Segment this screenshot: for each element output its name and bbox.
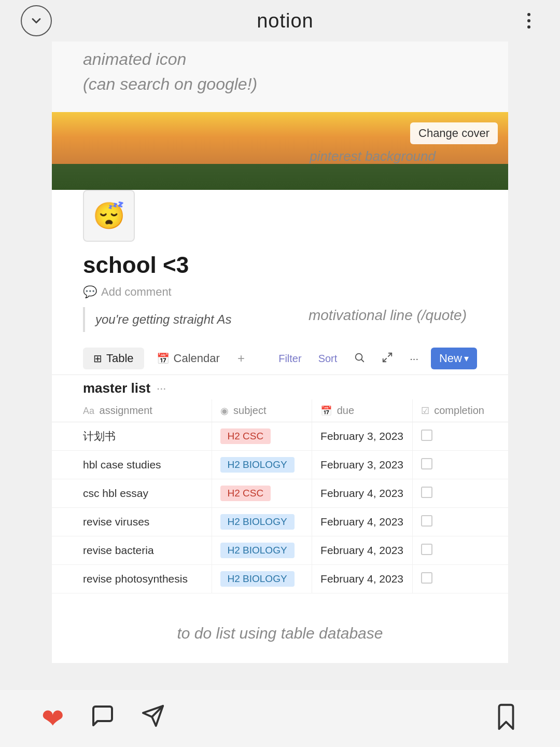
new-caret-icon: ▾	[464, 353, 469, 364]
table-row[interactable]: revise photosynthesisH2 BIOLOGYFebruary …	[52, 565, 508, 593]
cell-due: February 3, 2023	[312, 422, 413, 451]
completion-checkbox[interactable]	[421, 458, 432, 469]
cell-assignment: csc hbl essay	[52, 479, 212, 508]
new-label: New	[439, 352, 462, 365]
cell-completion[interactable]	[412, 479, 508, 508]
layout-button[interactable]	[377, 350, 397, 368]
cell-due: February 3, 2023	[312, 451, 413, 479]
cell-subject: H2 CSC	[212, 422, 312, 451]
app-title: notion	[257, 10, 314, 32]
table-options-button[interactable]: ···	[157, 382, 166, 395]
share-button[interactable]	[141, 704, 165, 733]
cell-completion[interactable]	[412, 536, 508, 565]
change-cover-button[interactable]: Change cover	[410, 122, 498, 144]
table-row[interactable]: revise virusesH2 BIOLOGYFebruary 4, 2023	[52, 508, 508, 536]
completion-checkbox[interactable]	[421, 572, 432, 584]
new-button[interactable]: New ▾	[431, 348, 477, 369]
like-button[interactable]: ❤	[41, 703, 64, 734]
page-icon-emoji: 😴	[93, 201, 125, 231]
col-header-completion: ☑ completion	[412, 399, 508, 422]
completion-checkbox[interactable]	[421, 487, 432, 498]
motivational-annotation: motivational line (/quote)	[309, 307, 467, 324]
tab-calendar[interactable]: 📅 Calendar	[146, 348, 230, 369]
cell-completion[interactable]	[412, 565, 508, 593]
content-card: animated icon (can search on google!) Ch…	[52, 0, 508, 663]
options-button[interactable]: ···	[405, 351, 423, 367]
col-subject-label: subject	[233, 405, 266, 416]
cell-subject: H2 BIOLOGY	[212, 508, 312, 536]
table-row[interactable]: revise bacteriaH2 BIOLOGYFebruary 4, 202…	[52, 536, 508, 565]
db-toolbar: ⊞ Table 📅 Calendar + Filter Sort ·	[52, 342, 508, 375]
more-dot	[527, 13, 530, 16]
table-row[interactable]: hbl case studiesH2 BIOLOGYFebruary 3, 20…	[52, 451, 508, 479]
add-view-button[interactable]: +	[232, 349, 250, 368]
search-button[interactable]	[349, 350, 369, 368]
social-bar: ❤	[0, 690, 560, 747]
table-body: 计划书H2 CSCFebruary 3, 2023hbl case studie…	[52, 422, 508, 593]
bottom-caption-text: to do list using table database	[83, 625, 477, 642]
table-row[interactable]: csc hbl essayH2 CSCFebruary 4, 2023	[52, 479, 508, 508]
cell-completion[interactable]	[412, 422, 508, 451]
tab-table-label: Table	[106, 352, 134, 365]
annotation-line1: animated icon	[83, 47, 477, 72]
tab-calendar-label: Calendar	[174, 352, 220, 365]
db-tabs: ⊞ Table 📅 Calendar +	[83, 348, 250, 369]
cell-assignment: revise photosynthesis	[52, 565, 212, 593]
page-title: school <3	[83, 252, 189, 278]
filter-button[interactable]: Filter	[274, 351, 305, 367]
bottom-caption-area: to do list using table database	[52, 593, 508, 663]
table-header-row: Aa assignment ◉ subject 📅 due ☑ completi…	[52, 399, 508, 422]
cell-assignment: hbl case studies	[52, 451, 212, 479]
cell-due: February 4, 2023	[312, 565, 413, 593]
data-table: Aa assignment ◉ subject 📅 due ☑ completi…	[52, 399, 508, 593]
cell-assignment: 计划书	[52, 422, 212, 451]
completion-checkbox[interactable]	[421, 430, 432, 441]
social-left: ❤	[41, 703, 165, 734]
checkbox-col-icon: ☑	[421, 406, 429, 416]
add-comment-label: Add comment	[101, 285, 172, 299]
cell-completion[interactable]	[412, 508, 508, 536]
pinterest-annotation: pinterest background	[310, 148, 436, 164]
table-row[interactable]: 计划书H2 CSCFebruary 3, 2023	[52, 422, 508, 451]
annotation-line2: (can search on google!)	[83, 72, 477, 96]
calendar-icon: 📅	[157, 352, 170, 365]
comment-button[interactable]	[90, 703, 115, 734]
page-header: 😴 pinterest background school <3 💬 Add c…	[52, 190, 508, 332]
svg-line-1	[362, 359, 364, 362]
tag-col-icon: ◉	[220, 406, 229, 416]
col-assignment-label: assignment	[100, 405, 152, 416]
top-bar: notion	[0, 0, 560, 42]
bookmark-button[interactable]	[494, 702, 519, 736]
cell-subject: H2 BIOLOGY	[212, 536, 312, 565]
add-comment-button[interactable]: 💬 Add comment	[83, 282, 477, 302]
more-dot	[527, 25, 530, 29]
cell-completion[interactable]	[412, 451, 508, 479]
more-button[interactable]	[519, 10, 539, 31]
quote-text: you're getting straight As	[95, 312, 232, 326]
cell-due: February 4, 2023	[312, 508, 413, 536]
social-right	[494, 702, 519, 736]
page-icon: 😴	[83, 190, 135, 242]
completion-checkbox[interactable]	[421, 544, 432, 555]
table-header: master list ···	[52, 375, 508, 399]
svg-line-2	[388, 353, 391, 356]
tab-table[interactable]: ⊞ Table	[83, 348, 144, 369]
cell-due: February 4, 2023	[312, 479, 413, 508]
svg-line-3	[383, 358, 386, 361]
completion-checkbox[interactable]	[421, 515, 432, 527]
cell-assignment: revise viruses	[52, 508, 212, 536]
cell-subject: H2 BIOLOGY	[212, 451, 312, 479]
chevron-down-button[interactable]	[21, 5, 52, 36]
cell-subject: H2 BIOLOGY	[212, 565, 312, 593]
sort-button[interactable]: Sort	[314, 351, 342, 367]
cell-due: February 4, 2023	[312, 536, 413, 565]
date-col-icon: 📅	[320, 406, 332, 416]
svg-point-0	[356, 353, 362, 360]
comment-icon: 💬	[83, 285, 97, 299]
table-icon: ⊞	[93, 352, 102, 365]
table-container: Aa assignment ◉ subject 📅 due ☑ completi…	[52, 399, 508, 593]
cell-assignment: revise bacteria	[52, 536, 212, 565]
col-header-subject: ◉ subject	[212, 399, 312, 422]
col-completion-label: completion	[434, 405, 484, 416]
col-due-label: due	[337, 405, 354, 416]
